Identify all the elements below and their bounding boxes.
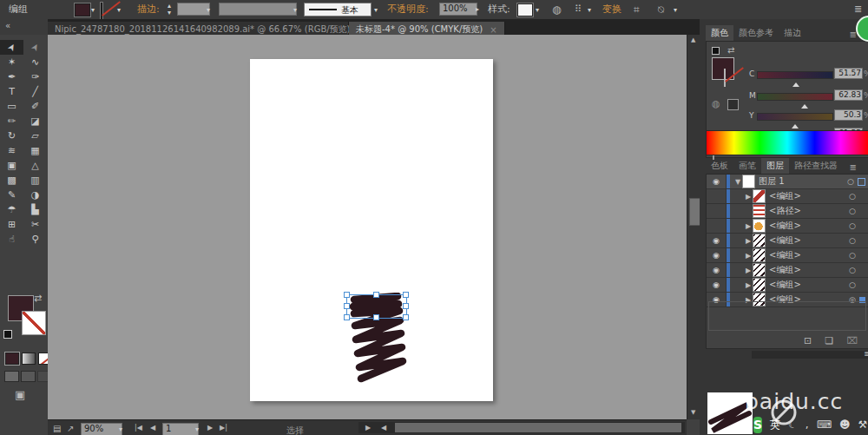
selection-handle[interactable]: [403, 292, 409, 298]
select-similar-dropdown-icon[interactable]: ▾: [674, 6, 677, 14]
ime-language-toggle[interactable]: 英: [770, 418, 780, 432]
blend-tool[interactable]: ◑: [23, 188, 47, 202]
vertical-scrollbar[interactable]: ▲ ▼: [687, 35, 700, 419]
direct-selection-tool[interactable]: ➤: [23, 40, 47, 55]
visibility-eye-icon[interactable]: [707, 219, 727, 233]
close-tab-icon[interactable]: ×: [490, 25, 496, 35]
lasso-tool[interactable]: ∿: [23, 55, 47, 69]
symbol-sprayer-tool[interactable]: ☂: [0, 202, 23, 217]
selection-handle[interactable]: [344, 292, 350, 298]
brush-definition-field[interactable]: 基本: [304, 3, 372, 16]
select-similar-objects-icon[interactable]: ⍉: [658, 4, 664, 15]
selection-handle[interactable]: [344, 314, 350, 320]
expand-icon[interactable]: ▶: [744, 252, 753, 260]
stroke-link[interactable]: 描边:: [137, 4, 160, 14]
layer-row[interactable]: <路径> ○: [707, 204, 868, 219]
layer-name[interactable]: <编组>: [769, 249, 845, 261]
stroke-weight-field[interactable]: [177, 3, 210, 16]
person-icon[interactable]: ☻: [839, 419, 851, 431]
magenta-value-field[interactable]: 62.83: [834, 89, 863, 101]
paintbrush-tool[interactable]: ✐: [23, 99, 47, 114]
opacity-side-arrow-icon[interactable]: ▸: [476, 5, 479, 13]
layer-row[interactable]: ◉ ▶ <编组> ○: [707, 263, 868, 278]
opacity-field[interactable]: 100%: [439, 3, 477, 16]
expand-icon[interactable]: ▶: [744, 237, 753, 245]
expand-icon[interactable]: ▶: [744, 193, 753, 201]
style-swatch[interactable]: [517, 3, 533, 16]
selected-art-indicator[interactable]: [859, 267, 865, 274]
layer-row[interactable]: ◉ ▶ <编组> ○: [707, 248, 868, 263]
wrench-icon[interactable]: ⚒: [858, 419, 868, 431]
scroll-left-icon[interactable]: ◀: [381, 425, 386, 432]
gradient-mode-button[interactable]: [22, 353, 36, 365]
yellow-value-field[interactable]: 50.3: [834, 109, 863, 121]
draw-behind-button[interactable]: [21, 371, 36, 382]
tab-pathfinder[interactable]: 路径查找器: [789, 158, 843, 174]
type-tool[interactable]: T: [0, 84, 23, 99]
visibility-eye-icon[interactable]: ◉: [707, 263, 727, 277]
artboard-number-field[interactable]: 1: [162, 423, 199, 435]
curvature-tool[interactable]: ✑: [23, 69, 47, 84]
selection-handle[interactable]: [403, 314, 409, 320]
scroll-up-icon[interactable]: ▲: [691, 37, 695, 43]
first-artboard-icon[interactable]: |◀: [135, 425, 142, 432]
tab-stroke[interactable]: 描边: [779, 25, 806, 41]
target-icon[interactable]: ○: [845, 207, 859, 215]
eraser-tool[interactable]: ◪: [23, 114, 47, 129]
line-segment-tool[interactable]: ╱: [23, 84, 47, 99]
selected-art-indicator[interactable]: [858, 178, 865, 186]
selection-handle[interactable]: [373, 314, 379, 320]
selected-art-indicator[interactable]: [859, 223, 865, 229]
stroke-color-swatch[interactable]: [101, 3, 102, 21]
brush-definition-dropdown-icon[interactable]: ▾: [374, 6, 378, 14]
cyan-slider[interactable]: [757, 71, 833, 79]
scale-tool[interactable]: ▱: [23, 129, 47, 143]
layer-row[interactable]: ▶ <编组> ○: [707, 219, 868, 234]
width-profile-dropdown-icon[interactable]: ▾: [293, 6, 297, 14]
yellow-slider-thumb[interactable]: [792, 121, 799, 129]
selection-handle[interactable]: [344, 303, 350, 309]
perspective-grid-tool[interactable]: △: [23, 158, 47, 173]
export-icon[interactable]: ↗: [67, 425, 74, 433]
prev-artboard-icon[interactable]: ◀: [150, 425, 155, 432]
visibility-eye-icon[interactable]: ◉: [707, 234, 727, 247]
layer-name[interactable]: <编组>: [769, 279, 845, 291]
isolate-selected-object-icon[interactable]: ⌗: [634, 4, 640, 15]
target-icon[interactable]: ○: [845, 251, 859, 260]
swap-fill-stroke-icon[interactable]: ⇄: [34, 293, 42, 303]
target-icon[interactable]: ○: [845, 221, 859, 230]
selected-art-indicator[interactable]: [859, 208, 865, 214]
target-icon[interactable]: ○: [844, 177, 858, 186]
layer-name[interactable]: 图层 1: [759, 175, 844, 188]
fill-dropdown-icon[interactable]: ▾: [91, 6, 95, 14]
selected-art-indicator[interactable]: [859, 194, 865, 200]
tab-color[interactable]: 颜色: [706, 25, 733, 41]
screen-mode-button[interactable]: ▣: [15, 389, 25, 400]
cyan-value-field[interactable]: 51.57: [834, 68, 863, 79]
target-icon[interactable]: ○: [845, 192, 859, 201]
visibility-eye-icon[interactable]: ◉: [707, 248, 727, 262]
layer-name[interactable]: <编组>: [769, 220, 845, 232]
horizontal-scrollbar[interactable]: ▶ ◀: [358, 422, 685, 433]
stroke-weight-dropdown-icon[interactable]: ▾: [207, 6, 210, 14]
shape-builder-tool[interactable]: ▣: [0, 158, 23, 173]
tab-color-guide[interactable]: 颜色参考: [733, 25, 779, 41]
tab-swatches[interactable]: 色板: [706, 158, 733, 174]
color-spectrum-bar[interactable]: [706, 130, 868, 155]
rectangle-tool[interactable]: ▭: [0, 99, 23, 114]
collapse-toolbar-icon[interactable]: «: [5, 22, 10, 30]
align-dropdown-icon[interactable]: ▾: [588, 6, 591, 14]
gradient-tool[interactable]: ▥: [23, 173, 47, 188]
fill-color-swatch[interactable]: [75, 3, 90, 16]
visibility-eye-icon[interactable]: ◉: [707, 175, 727, 188]
draw-normal-button[interactable]: [4, 371, 19, 382]
mesh-tool[interactable]: ▩: [0, 173, 23, 188]
layer-row[interactable]: ◉ ▶ <编组> ○: [707, 278, 868, 293]
last-artboard-icon[interactable]: ▶|: [220, 425, 227, 432]
sogou-logo-icon[interactable]: S: [753, 417, 762, 433]
target-icon[interactable]: ○: [845, 266, 859, 274]
style-dropdown-icon[interactable]: ▾: [536, 6, 539, 14]
layer-name[interactable]: <编组>: [769, 234, 845, 247]
hand-tool[interactable]: ☝: [0, 232, 23, 247]
tab-brushes[interactable]: 画笔: [733, 158, 761, 174]
